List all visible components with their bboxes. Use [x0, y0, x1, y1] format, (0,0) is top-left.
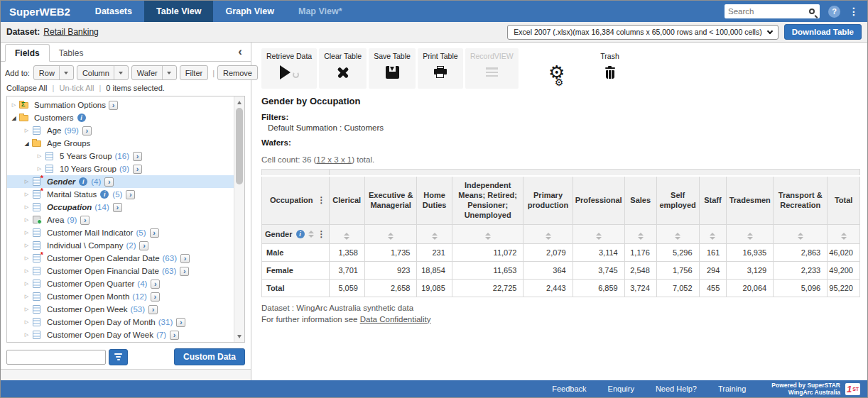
info-icon[interactable]: i: [79, 177, 87, 186]
footer-link-enquiry[interactable]: Enquiry: [608, 385, 634, 393]
data-cell[interactable]: 2,233: [774, 261, 828, 279]
dropdown-caret-icon[interactable]: [59, 66, 68, 79]
tree-item-age[interactable]: ▷Age(99)›: [7, 124, 244, 137]
column-header-professional[interactable]: Professional: [573, 176, 624, 225]
addto-column-button[interactable]: Column: [77, 65, 129, 80]
expand-node-icon[interactable]: ▷: [21, 332, 32, 338]
column-header-staff[interactable]: Staff: [699, 176, 727, 225]
column-header-clerical[interactable]: Clerical: [329, 176, 364, 225]
toolbar-print-table-button[interactable]: Print Table: [418, 48, 463, 89]
scroll-up-icon[interactable]: [234, 98, 244, 106]
sort-icon[interactable]: [841, 233, 847, 240]
tree-item-customer-open-quarter[interactable]: ▷Customer Open Quarter(4)›: [7, 277, 244, 290]
info-icon[interactable]: i: [77, 114, 86, 122]
data-cell[interactable]: 231: [417, 243, 452, 261]
tree-scrollbar[interactable]: [234, 96, 244, 342]
overflow-menu-icon[interactable]: ⋮: [849, 6, 859, 17]
data-cell[interactable]: 16,935: [727, 243, 774, 261]
sort-cell[interactable]: [828, 224, 860, 243]
sort-cell[interactable]: [417, 224, 452, 243]
column-axis-cell[interactable]: Occupation⋮: [262, 176, 330, 225]
sort-icon[interactable]: [546, 233, 551, 240]
open-field-arrow-icon[interactable]: ›: [133, 165, 142, 174]
sort-cell[interactable]: [727, 224, 774, 243]
tab-table-view[interactable]: Table View: [144, 1, 213, 22]
column-header-independent-means-retired-pensioner-unemployed[interactable]: Independent Means; Retired; Pensioner; U…: [452, 176, 523, 225]
sort-cell[interactable]: [624, 224, 656, 243]
open-field-arrow-icon[interactable]: ›: [126, 190, 135, 199]
data-cell[interactable]: 2,079: [523, 243, 573, 261]
collapse-node-icon[interactable]: ◢: [9, 115, 19, 121]
open-field-arrow-icon[interactable]: ›: [80, 216, 89, 225]
column-header-total[interactable]: Total: [828, 176, 860, 225]
data-cell[interactable]: 2,548: [624, 261, 656, 279]
sort-cell[interactable]: [656, 224, 699, 243]
data-cell[interactable]: 95,220: [828, 279, 860, 297]
data-cell[interactable]: 2,658: [364, 279, 417, 297]
download-table-button[interactable]: Download Table: [784, 24, 862, 40]
data-cell[interactable]: 46,020: [828, 243, 860, 261]
data-confidentiality-link[interactable]: Data Confidentiality: [360, 315, 431, 324]
tree-item-occupation[interactable]: ▷Occupation(14)›: [7, 201, 244, 214]
tab-graph-view[interactable]: Graph View: [213, 1, 286, 22]
sort-icon[interactable]: [388, 233, 394, 240]
open-field-arrow-icon[interactable]: ›: [176, 318, 185, 327]
sort-icon[interactable]: [638, 233, 644, 240]
column-header-transport-recreation[interactable]: Transport & Recreation: [774, 176, 828, 225]
field-filter-input[interactable]: [6, 350, 106, 365]
toolbar-retrieve-data-button[interactable]: Retrieve Data: [261, 48, 317, 89]
tree-item-marital-status[interactable]: ▷*Marital Statusi(5)›: [7, 188, 244, 201]
column-header-self-employed[interactable]: Self employed: [656, 176, 699, 225]
expand-node-icon[interactable]: ▷: [34, 166, 45, 172]
expand-node-icon[interactable]: ▷: [21, 230, 32, 236]
tree-item-5-years-group[interactable]: ▷5 Years Group(16)›: [7, 150, 244, 162]
dropdown-caret-icon[interactable]: [114, 66, 123, 79]
data-cell[interactable]: 364: [523, 261, 573, 279]
sort-cell[interactable]: [774, 224, 828, 243]
tree-item-customer-open-financial-date[interactable]: ▷Customer Open Financial Date(63)›: [7, 265, 244, 277]
info-icon[interactable]: i: [296, 230, 305, 238]
tab-datasets[interactable]: Datasets: [83, 1, 144, 22]
cell-count-link[interactable]: 12 x 3 x 1: [316, 155, 352, 164]
column-header-executive-managerial[interactable]: Executive & Managerial: [364, 176, 417, 225]
collapse-panel-icon[interactable]: ‹: [238, 45, 242, 57]
expand-node-icon[interactable]: ▷: [9, 102, 19, 108]
dataset-name-link[interactable]: Retail Banking: [43, 27, 98, 37]
open-field-arrow-icon[interactable]: ›: [180, 254, 190, 263]
sort-icon[interactable]: [432, 233, 438, 240]
expand-node-icon[interactable]: ▷: [34, 153, 45, 159]
data-cell[interactable]: 3,745: [573, 261, 624, 279]
toolbar-clear-table-button[interactable]: Clear Table: [319, 48, 367, 89]
expand-node-icon[interactable]: ▷: [21, 204, 32, 210]
sort-icon[interactable]: [747, 233, 753, 240]
sort-icon[interactable]: [485, 233, 491, 240]
tree-item-customer-open-calendar-date[interactable]: ▷*Customer Open Calendar Date(63)›: [7, 252, 244, 265]
tree-item-customer-open-week[interactable]: ▷Customer Open Week(53)›: [7, 303, 244, 316]
open-field-arrow-icon[interactable]: ›: [109, 101, 118, 110]
sort-icon[interactable]: [710, 233, 715, 240]
data-cell[interactable]: 49,200: [828, 261, 860, 279]
download-format-select[interactable]: Excel 2007 (.xlsx)(max 16,384 columns x …: [507, 25, 778, 40]
row-options-icon[interactable]: ⋮: [318, 230, 326, 238]
data-cell[interactable]: 7,052: [656, 279, 699, 297]
open-field-arrow-icon[interactable]: ›: [151, 292, 160, 302]
data-cell[interactable]: 6,859: [573, 279, 624, 297]
scrollbar-thumb[interactable]: [236, 108, 243, 184]
sort-icon[interactable]: [596, 233, 602, 240]
open-field-arrow-icon[interactable]: ›: [148, 305, 158, 314]
open-field-arrow-icon[interactable]: ›: [150, 228, 159, 238]
data-cell[interactable]: 3,129: [727, 261, 774, 279]
untick-all-link[interactable]: Un-tick All: [59, 84, 94, 92]
tree-item-area[interactable]: ▷Area(9)›: [7, 214, 244, 226]
addto-wafer-button[interactable]: Wafer: [131, 65, 177, 80]
dropdown-caret-icon[interactable]: [162, 66, 171, 79]
expand-node-icon[interactable]: ▷: [21, 255, 32, 261]
data-cell[interactable]: 11,072: [452, 243, 523, 261]
sort-cell[interactable]: [329, 224, 364, 243]
sort-cell[interactable]: [364, 224, 417, 243]
sort-cell[interactable]: [452, 224, 523, 243]
expand-node-icon[interactable]: ▷: [21, 217, 32, 223]
data-cell[interactable]: 1,735: [364, 243, 417, 261]
data-cell[interactable]: 5,059: [329, 279, 364, 297]
tree-item-summation-options[interactable]: ▷ΣSummation Options›: [7, 99, 244, 111]
